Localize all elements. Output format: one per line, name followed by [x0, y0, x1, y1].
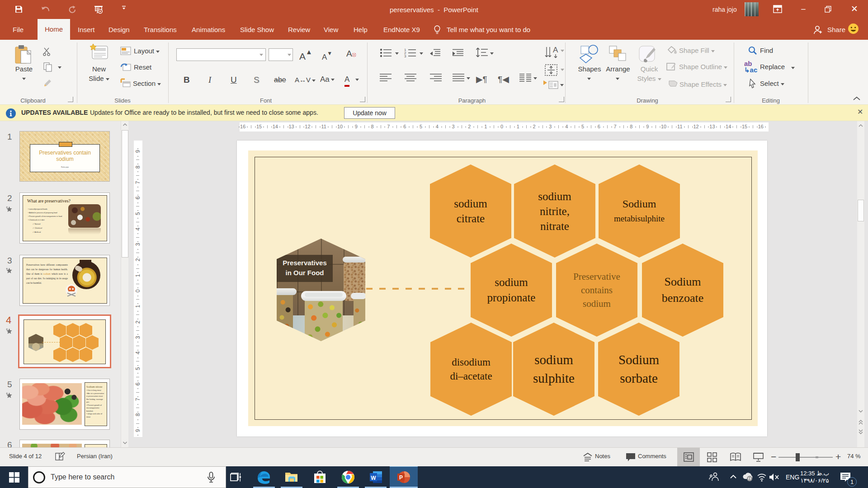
svg-text:P: P	[399, 474, 403, 481]
svg-text:A: A	[553, 46, 558, 54]
svg-text:W: W	[371, 475, 376, 481]
svg-text:3: 3	[404, 54, 406, 58]
